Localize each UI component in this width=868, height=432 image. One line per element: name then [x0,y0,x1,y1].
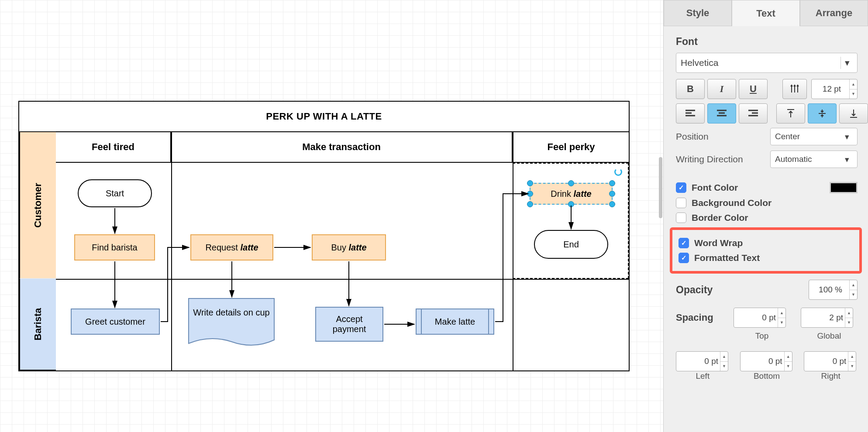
spacing-bottom-sublabel: Bottom [740,371,794,381]
align-right-icon [748,110,758,117]
opacity-label: Opacity [676,284,713,296]
chevron-down-icon: ▾ [840,57,854,69]
spacing-top-sublabel: Top [734,331,790,341]
rotate-handle-icon[interactable] [614,168,622,176]
spacing-top-value: 0 pt [762,313,776,322]
end-node[interactable]: End [534,230,608,259]
spacing-bottom-input[interactable]: 0 pt▲▼ [740,351,792,371]
formatted-text-label: Formatted Text [694,253,760,263]
phase-feel-perky[interactable]: Feel perky [513,132,630,163]
write-details-node[interactable]: Write details on cup [188,298,275,350]
font-size-value: 12 pt [823,84,841,94]
align-left-icon [685,110,695,117]
request-latte-text: Request latte [205,243,258,253]
lane-divider [56,279,629,280]
phase-make-transaction[interactable]: Make transaction [171,132,513,163]
find-barista-node[interactable]: Find barista [74,234,155,261]
font-color-checkbox[interactable]: ✓ [676,182,686,193]
background-color-checkbox[interactable] [676,198,686,208]
canvas[interactable]: PERK UP WITH A LATTE Customer Barista Fe… [0,0,663,432]
valign-top-icon [786,109,795,118]
spacing-left-value: 0 pt [704,357,718,366]
font-family-select[interactable]: Helvetica ▾ [676,53,858,73]
highlighted-options: ✓ Word Wrap ✓ Formatted Text [670,227,862,274]
write-details-label: Write details on cup [188,308,275,318]
align-left-button[interactable] [676,103,705,123]
accept-payment-node[interactable]: Accept payment [315,307,383,342]
lane-customer[interactable]: Customer [19,132,56,278]
formatted-text-checkbox[interactable]: ✓ [679,253,689,263]
chevron-down-icon: ▾ [840,130,854,143]
phase-divider-2 [513,132,513,370]
position-label: Position [676,131,709,142]
swimlane-diagram[interactable]: PERK UP WITH A LATTE Customer Barista Fe… [18,101,630,371]
valign-middle-button[interactable] [808,103,837,123]
align-center-icon [717,110,727,117]
spacing-left-sublabel: Left [676,371,730,381]
vertical-text-icon [789,84,800,94]
phase-feel-tired[interactable]: Feel tired [56,132,171,163]
word-wrap-label: Word Wrap [694,238,743,248]
make-latte-label: Make latte [435,317,475,327]
bold-button[interactable]: B [676,79,705,99]
valign-bottom-button[interactable] [839,103,868,123]
align-center-button[interactable] [707,103,736,123]
chevron-down-icon: ▾ [840,153,854,165]
spacing-global-sublabel: Global [801,331,858,341]
font-color-swatch[interactable] [830,182,858,193]
word-wrap-checkbox[interactable]: ✓ [679,238,689,248]
buy-latte-text: Buy latte [331,243,366,253]
opacity-input[interactable]: 100 % ▲▼ [809,280,858,300]
border-color-checkbox[interactable] [676,213,686,223]
font-label: Font [676,36,858,48]
start-node[interactable]: Start [78,179,152,207]
phase-divider-1 [171,132,172,370]
make-latte-node[interactable]: Make latte [416,309,494,335]
spacing-top-input[interactable]: 0 pt▲▼ [734,308,786,328]
font-family-value: Helvetica [681,58,718,68]
opacity-value: 100 % [819,285,842,295]
spacing-right-input[interactable]: 0 pt▲▼ [804,351,856,371]
spacing-left-input[interactable]: 0 pt▲▼ [676,351,728,371]
spacing-bottom-value: 0 pt [768,357,782,366]
tab-arrange[interactable]: Arrange [800,0,868,26]
spacing-global-input[interactable]: 2 pt▲▼ [801,308,853,328]
writing-direction-select[interactable]: Automatic ▾ [770,151,858,168]
tab-style[interactable]: Style [664,0,732,26]
tab-text[interactable]: Text [732,0,800,26]
writing-direction-value: Automatic [775,154,812,164]
drink-latte-node-selected[interactable]: Drink latte [530,183,613,205]
spacing-right-sublabel: Right [804,371,858,381]
panel-scrollbar[interactable] [659,157,662,218]
diagram-title: PERK UP WITH A LATTE [19,102,629,132]
valign-middle-icon [818,109,827,118]
border-color-label: Border Color [692,213,748,223]
format-panel: Style Text Arrange Font Helvetica ▾ B I … [663,0,868,432]
drink-latte-text: Drink latte [551,189,591,199]
writing-direction-label: Writing Direction [676,154,743,165]
italic-button[interactable]: I [707,79,736,99]
spacing-label: Spacing [676,312,723,323]
underline-button[interactable]: U [739,79,768,99]
position-value: Center [775,132,800,141]
background-color-label: Background Color [692,198,772,208]
valign-top-button[interactable] [776,103,805,123]
spacing-global-value: 2 pt [829,313,843,322]
position-select[interactable]: Center ▾ [770,128,858,145]
valign-bottom-icon [849,109,858,118]
buy-latte-node[interactable]: Buy latte [312,234,386,261]
greet-customer-node[interactable]: Greet customer [71,309,160,335]
request-latte-node[interactable]: Request latte [190,234,273,261]
align-right-button[interactable] [739,103,768,123]
spacing-right-value: 0 pt [833,357,847,366]
font-size-input[interactable]: 12 pt ▲▼ [811,79,858,99]
vertical-text-button[interactable] [782,79,807,99]
lane-barista[interactable]: Barista [19,278,56,370]
font-color-label: Font Color [692,182,738,193]
